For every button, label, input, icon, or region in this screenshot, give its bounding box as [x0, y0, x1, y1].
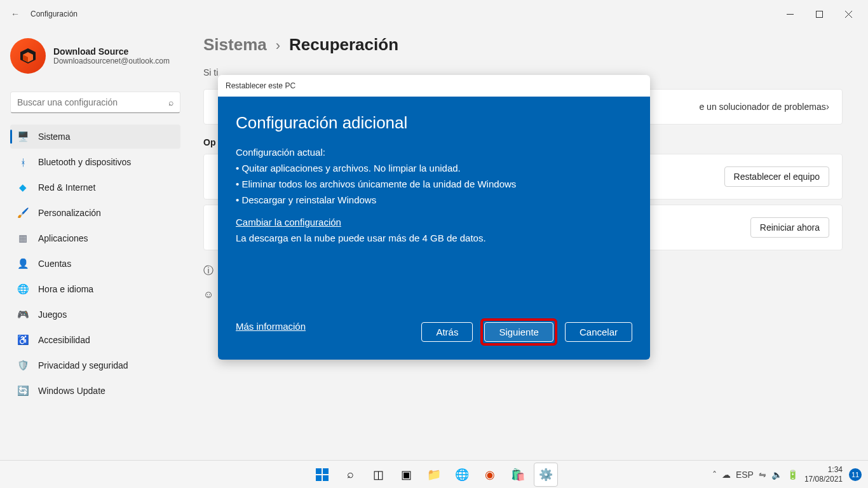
sidebar: Download Source Downloadsourcenet@outloo… [0, 28, 191, 409]
highlight-annotation: Siguiente [480, 318, 557, 346]
volume-icon[interactable]: 🔈 [771, 470, 782, 480]
battery-icon[interactable]: 🔋 [787, 470, 798, 480]
nav-item-9[interactable]: 🛡️Privacidad y seguridad [10, 353, 180, 377]
search-box[interactable]: ⌕ [10, 92, 180, 113]
change-config-link[interactable]: Cambiar la configuración [236, 217, 341, 227]
nav-item-7[interactable]: 🎮Juegos [10, 302, 180, 327]
nav-icon-8: ♿ [17, 334, 29, 346]
svg-rect-7 [316, 468, 322, 474]
avatar [10, 38, 46, 74]
taskbar: ⌕ ◫ ▣ 📁 🌐 ◉ 🛍️ ⚙️ ˄ ☁ ESP ⇋ 🔈 🔋 1:34 17/… [0, 460, 868, 488]
nav-label-0: Sistema [38, 132, 71, 142]
dialog-note: La descarga en la nube puede usar más de… [236, 233, 632, 243]
dialog-body: Configuración adicional Configuración ac… [218, 97, 650, 360]
dialog-item-0: • Quitar aplicaciones y archivos. No lim… [236, 163, 632, 173]
breadcrumb-parent[interactable]: Sistema [203, 35, 267, 55]
settings-taskbar-icon[interactable]: ⚙️ [534, 463, 558, 487]
nav-item-3[interactable]: 🖌️Personalización [10, 201, 180, 225]
search-taskbar-icon[interactable]: ⌕ [338, 463, 362, 487]
user-info: Download Source Downloadsourcenet@outloo… [53, 46, 170, 65]
widgets-icon[interactable]: ▣ [394, 463, 418, 487]
nav-icon-9: 🛡️ [17, 359, 29, 372]
onedrive-icon[interactable]: ☁ [722, 470, 731, 480]
reset-dialog: Restablecer este PC Configuración adicio… [218, 75, 650, 360]
minimize-button[interactable] [775, 4, 804, 24]
language-indicator[interactable]: ESP [736, 470, 754, 480]
close-button[interactable] [834, 4, 863, 24]
tray-icons[interactable]: ˄ ☁ ESP ⇋ 🔈 🔋 [712, 470, 798, 480]
date: 17/08/2021 [804, 475, 843, 484]
edge-icon[interactable]: 🌐 [450, 463, 474, 487]
explorer-icon[interactable]: 📁 [422, 463, 446, 487]
reset-button[interactable]: Restablecer el equipo [724, 166, 829, 187]
user-email: Downloadsourcenet@outlook.com [53, 57, 170, 65]
back-button-dialog[interactable]: Atrás [421, 322, 473, 342]
nav-item-5[interactable]: 👤Cuentas [10, 252, 180, 276]
maximize-button[interactable] [804, 4, 834, 24]
nav-item-1[interactable]: ᚼBluetooth y dispositivos [10, 150, 180, 174]
nav-icon-1: ᚼ [17, 156, 29, 168]
dialog-buttons: Atrás Siguiente Cancelar [421, 318, 632, 346]
back-button[interactable]: ← [5, 4, 25, 24]
svg-rect-9 [316, 475, 322, 481]
restart-button[interactable]: Reiniciar ahora [750, 217, 829, 238]
clock[interactable]: 1:34 17/08/2021 [804, 465, 843, 484]
window-controls [775, 4, 863, 24]
taskbar-center: ⌕ ◫ ▣ 📁 🌐 ◉ 🛍️ ⚙️ [310, 463, 558, 487]
nav-icon-5: 👤 [17, 257, 29, 270]
svg-rect-8 [323, 468, 329, 474]
office-icon[interactable]: ◉ [478, 463, 502, 487]
wifi-icon[interactable]: ⇋ [759, 470, 766, 480]
start-icon[interactable] [310, 463, 334, 487]
breadcrumb-current: Recuperación [289, 35, 398, 55]
nav-icon-0: 🖥️ [17, 130, 29, 143]
nav-label-2: Red & Internet [38, 182, 95, 193]
chevron-up-icon[interactable]: ˄ [712, 470, 717, 480]
dialog-item-1: • Eliminar todos los archivos únicamente… [236, 179, 632, 189]
nav-item-6[interactable]: 🌐Hora e idioma [10, 277, 180, 301]
store-icon[interactable]: 🛍️ [506, 463, 530, 487]
breadcrumb: Sistema › Recuperación [203, 35, 843, 55]
nav-item-0[interactable]: 🖥️Sistema [10, 125, 180, 149]
nav-icon-2: ◆ [17, 181, 29, 194]
nav-item-8[interactable]: ♿Accesibilidad [10, 328, 180, 352]
nav-label-4: Aplicaciones [38, 233, 88, 243]
nav-label-9: Privacidad y seguridad [38, 360, 128, 370]
dialog-item-2: • Descargar y reinstalar Windows [236, 194, 632, 205]
search-icon: ⌕ [168, 97, 173, 107]
dialog-heading: Configuración adicional [236, 113, 632, 133]
nav-icon-4: ▦ [17, 232, 29, 245]
svg-rect-1 [816, 11, 822, 17]
search-input[interactable] [17, 97, 168, 107]
svg-rect-10 [323, 475, 329, 481]
nav-icon-3: 🖌️ [17, 207, 29, 219]
taskview-icon[interactable]: ◫ [366, 463, 390, 487]
system-tray: ˄ ☁ ESP ⇋ 🔈 🔋 1:34 17/08/2021 11 [712, 465, 868, 484]
user-name: Download Source [53, 46, 170, 57]
nav-label-1: Bluetooth y dispositivos [38, 157, 131, 167]
breadcrumb-sep: › [276, 37, 280, 54]
window-title: Configuración [31, 10, 78, 18]
nav-item-2[interactable]: ◆Red & Internet [10, 175, 180, 200]
nav-icon-10: 🔄 [17, 384, 29, 397]
dialog-window-title: Restablecer este PC [218, 75, 650, 97]
nav-list: 🖥️SistemaᚼBluetooth y dispositivos◆Red &… [10, 125, 180, 403]
nav-label-6: Hora e idioma [38, 284, 93, 294]
cancel-button[interactable]: Cancelar [565, 322, 632, 342]
notification-badge[interactable]: 11 [849, 468, 862, 481]
next-button[interactable]: Siguiente [484, 322, 553, 342]
nav-item-4[interactable]: ▦Aplicaciones [10, 226, 180, 250]
dialog-subheading: Configuración actual: [236, 147, 632, 158]
nav-icon-7: 🎮 [17, 308, 29, 321]
nav-label-5: Cuentas [38, 259, 71, 269]
nav-label-10: Windows Update [38, 386, 105, 396]
chevron-right-icon: › [826, 101, 829, 112]
nav-icon-6: 🌐 [17, 283, 29, 295]
nav-label-8: Accesibilidad [38, 335, 90, 345]
nav-label-3: Personalización [38, 208, 101, 218]
titlebar: ← Configuración [0, 0, 868, 28]
nav-item-10[interactable]: 🔄Windows Update [10, 379, 180, 403]
more-info-link[interactable]: Más información [236, 321, 306, 332]
time: 1:34 [804, 465, 843, 474]
user-block[interactable]: Download Source Downloadsourcenet@outloo… [10, 33, 180, 79]
